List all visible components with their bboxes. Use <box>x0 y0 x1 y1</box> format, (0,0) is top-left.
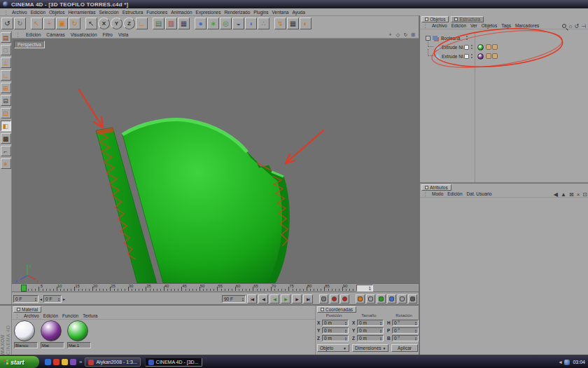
redo-icon[interactable]: ↻ <box>14 18 26 29</box>
materials-menu-item[interactable]: Archivo <box>24 313 39 318</box>
home-icon[interactable]: ⌂ <box>568 23 572 29</box>
frame-indicator-box[interactable]: 1 <box>356 285 373 292</box>
step-back-icon[interactable]: ◂ <box>40 297 42 301</box>
search-icon[interactable] <box>562 24 566 28</box>
goto-end-button[interactable]: ▶| <box>303 294 313 304</box>
spinner-down-icon[interactable]: ▾ <box>345 331 346 333</box>
spinner-down-icon[interactable]: ▾ <box>242 299 244 301</box>
spinner-icon[interactable]: ▴▾ <box>242 297 244 301</box>
selection-tag[interactable] <box>492 53 498 59</box>
snap-icon[interactable]: ∗ <box>1 158 11 169</box>
material-item[interactable]: Mat.1 <box>67 320 91 348</box>
record-position-button[interactable] <box>330 294 339 304</box>
rotate-view-icon[interactable]: ↻ <box>402 32 409 38</box>
enable-toggle[interactable] <box>464 54 469 59</box>
spinner-icon[interactable]: ▴▾ <box>345 336 346 341</box>
display-mode-icon[interactable]: ◐ <box>300 18 312 29</box>
spinner-down-icon[interactable]: ▾ <box>35 299 36 301</box>
coordinate-field[interactable]: 0 °▴▾ <box>392 320 419 326</box>
live-selection-icon[interactable]: ↖ <box>31 18 43 29</box>
quicklaunch-browser-icon[interactable] <box>45 359 51 365</box>
spinner-down-icon[interactable]: ▾ <box>380 323 382 325</box>
materials-menu-item[interactable]: Función <box>62 313 78 318</box>
tab-estructura[interactable]: Estructura <box>451 16 484 22</box>
coordinate-field[interactable]: 0 m▴▾ <box>322 327 349 334</box>
spinner-down-icon[interactable]: ▾ <box>380 331 382 333</box>
key-rotation-toggle[interactable] <box>377 294 386 304</box>
undo-icon[interactable]: ↺ <box>1 18 13 29</box>
autokey-button[interactable] <box>319 294 328 304</box>
material-sphere[interactable] <box>14 320 35 341</box>
menu-item[interactable]: Selección <box>99 10 118 15</box>
mocca-icon[interactable]: ↯ <box>274 18 286 29</box>
tray-app-icon[interactable] <box>564 360 570 365</box>
lock-icon[interactable]: ⊠ <box>569 191 574 198</box>
coordinate-system-icon[interactable]: ∟ <box>136 18 148 29</box>
edges-mode-icon[interactable]: ⊟ <box>1 95 11 106</box>
add-modeling-icon[interactable]: ◒ <box>232 18 244 29</box>
step-forward-icon[interactable]: ▸ <box>63 297 65 301</box>
menu-item[interactable]: Plugins <box>253 10 268 15</box>
close-icon[interactable]: × <box>577 191 580 198</box>
menu-item[interactable]: Objetos <box>49 10 64 15</box>
menu-item[interactable]: Edición <box>31 10 46 15</box>
attribute-manager-menu-item[interactable]: Edición <box>447 191 462 196</box>
up-icon[interactable]: ▲ <box>561 191 566 198</box>
points-mode-icon[interactable]: ⊞ <box>1 83 11 93</box>
texture-mode-icon[interactable]: ◧ <box>1 121 11 131</box>
menu-item[interactable]: Ventana <box>272 10 289 15</box>
materials-menu-item[interactable]: Textura <box>83 313 97 318</box>
key-pla-toggle[interactable] <box>398 294 407 304</box>
coordinate-field[interactable]: 0 °▴▾ <box>392 327 419 334</box>
material-tag[interactable] <box>477 44 484 50</box>
viewport-menu-item[interactable]: Cámaras <box>46 32 64 37</box>
axis-mode-icon[interactable]: ⊥ <box>1 57 11 68</box>
tree-row[interactable]: Extrude NURBS <box>420 52 588 61</box>
coordinate-field[interactable]: 0 °▴▾ <box>392 335 419 341</box>
menu-item[interactable]: Ayuda <box>292 10 304 15</box>
spinner-icon[interactable]: ▴▾ <box>415 321 416 325</box>
spinner-icon[interactable]: ▴▾ <box>58 297 59 301</box>
object-mode-dropdown[interactable]: Objeto▼ <box>317 344 349 352</box>
material-tag[interactable] <box>477 53 484 60</box>
polygons-mode-icon[interactable]: ⊡ <box>1 108 11 118</box>
tab-materials[interactable]: Material <box>13 306 41 313</box>
spinner-down-icon[interactable]: ▾ <box>415 339 416 341</box>
current-frame-field[interactable]: 0 F▴▾ <box>13 295 38 303</box>
menu-item[interactable]: Animación <box>171 10 192 15</box>
object-axis-icon[interactable]: ∟ <box>1 70 11 81</box>
menu-item[interactable]: Estructura <box>122 10 144 15</box>
object-manager-menu-item[interactable]: Archivo <box>432 23 447 28</box>
title-bar[interactable]: CINEMA 4D - [3D TEOFILO TORRES.c4d *] <box>0 0 588 8</box>
viewport-menu-item[interactable]: Visualización <box>71 32 97 37</box>
current-frame-marker[interactable] <box>21 285 27 292</box>
scale-icon[interactable]: ▣ <box>56 18 68 29</box>
material-sphere[interactable] <box>67 320 88 341</box>
goto-start-button[interactable]: |◀ <box>247 294 257 304</box>
menu-item[interactable]: Funciones <box>146 10 167 15</box>
add-particles-icon[interactable]: ∴ <box>258 18 270 29</box>
object-label[interactable]: Booleana <box>441 36 469 41</box>
object-manager-menu-item[interactable]: Objetos <box>482 23 497 28</box>
menu-item[interactable]: Herramientas <box>68 10 95 15</box>
spinner-icon[interactable]: ▴▾ <box>380 336 382 341</box>
add-spline-icon[interactable]: ∗ <box>207 18 219 29</box>
add-nurbs-icon[interactable]: ◎ <box>220 18 232 29</box>
lock-x-icon[interactable]: X <box>98 18 110 29</box>
object-manager-menu-item[interactable]: Ver <box>470 23 477 28</box>
coordinate-field[interactable]: 0 m▴▾ <box>357 320 384 326</box>
tab-coordinates[interactable]: Coordenadas <box>317 306 356 313</box>
coordinate-field[interactable]: 0 m▴▾ <box>357 335 384 341</box>
record-button[interactable] <box>340 294 349 304</box>
tree-row[interactable]: -Booleana <box>420 34 588 43</box>
add-primitive-icon[interactable]: ● <box>195 18 206 29</box>
coordinate-field[interactable]: 0 m▴▾ <box>357 327 384 334</box>
key-position-toggle[interactable] <box>356 294 365 304</box>
attribute-manager-menu-item[interactable]: Dat. Usuario <box>467 191 492 196</box>
object-manager-menu-item[interactable]: Edición <box>451 23 466 28</box>
enable-toggle[interactable] <box>464 45 469 50</box>
zoom-view-icon[interactable]: ◇ <box>395 32 401 38</box>
frame-offset-field[interactable]: 0 F▴▾ <box>43 295 62 303</box>
material-name[interactable]: Mat.1 <box>67 342 91 348</box>
dimension-mode-dropdown[interactable]: Dimensiones▼ <box>352 344 388 352</box>
